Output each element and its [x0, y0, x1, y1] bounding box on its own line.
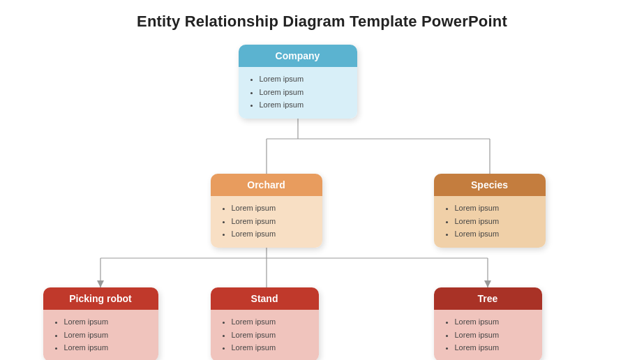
diagram-area: Company Lorem ipsum Lorem ipsum Lorem ip… — [22, 38, 622, 345]
species-item-3: Lorem ipsum — [455, 227, 534, 241]
tree-item-3: Lorem ipsum — [455, 341, 531, 354]
company-item-3: Lorem ipsum — [260, 98, 346, 112]
stand-header: Stand — [211, 287, 319, 310]
page-title: Entity Relationship Diagram Template Pow… — [137, 13, 507, 31]
orchard-item-2: Lorem ipsum — [232, 215, 311, 228]
picking-robot-body: Lorem ipsum Lorem ipsum Lorem ipsum — [43, 310, 158, 360]
company-body: Lorem ipsum Lorem ipsum Lorem ipsum — [239, 67, 357, 119]
orchard-body: Lorem ipsum Lorem ipsum Lorem ipsum — [211, 196, 322, 248]
svg-marker-8 — [97, 280, 104, 287]
company-entity: Company Lorem ipsum Lorem ipsum Lorem ip… — [239, 45, 357, 119]
orchard-item-3: Lorem ipsum — [232, 227, 311, 241]
stand-item-3: Lorem ipsum — [232, 341, 308, 354]
company-header: Company — [239, 45, 357, 67]
tree-body: Lorem ipsum Lorem ipsum Lorem ipsum — [434, 310, 542, 360]
tree-item-1: Lorem ipsum — [455, 315, 531, 329]
orchard-item-1: Lorem ipsum — [232, 202, 311, 215]
species-item-2: Lorem ipsum — [455, 215, 534, 228]
stand-item-1: Lorem ipsum — [232, 315, 308, 329]
company-item-1: Lorem ipsum — [260, 73, 346, 86]
orchard-entity: Orchard Lorem ipsum Lorem ipsum Lorem ip… — [211, 174, 322, 248]
picking-robot-header: Picking robot — [43, 287, 158, 310]
picking-robot-entity: Picking robot Lorem ipsum Lorem ipsum Lo… — [43, 287, 158, 360]
picking-item-3: Lorem ipsum — [64, 341, 147, 354]
species-item-1: Lorem ipsum — [455, 202, 534, 215]
orchard-header: Orchard — [211, 174, 322, 196]
stand-body: Lorem ipsum Lorem ipsum Lorem ipsum — [211, 310, 319, 360]
tree-item-2: Lorem ipsum — [455, 329, 531, 342]
stand-item-2: Lorem ipsum — [232, 329, 308, 342]
species-body: Lorem ipsum Lorem ipsum Lorem ipsum — [434, 196, 546, 248]
species-entity: Species Lorem ipsum Lorem ipsum Lorem ip… — [434, 174, 546, 248]
stand-entity: Stand Lorem ipsum Lorem ipsum Lorem ipsu… — [211, 287, 319, 360]
svg-marker-11 — [484, 280, 491, 287]
species-header: Species — [434, 174, 546, 196]
picking-item-1: Lorem ipsum — [64, 315, 147, 329]
tree-header: Tree — [434, 287, 542, 310]
company-item-2: Lorem ipsum — [260, 86, 346, 99]
tree-entity: Tree Lorem ipsum Lorem ipsum Lorem ipsum — [434, 287, 542, 360]
picking-item-2: Lorem ipsum — [64, 329, 147, 342]
